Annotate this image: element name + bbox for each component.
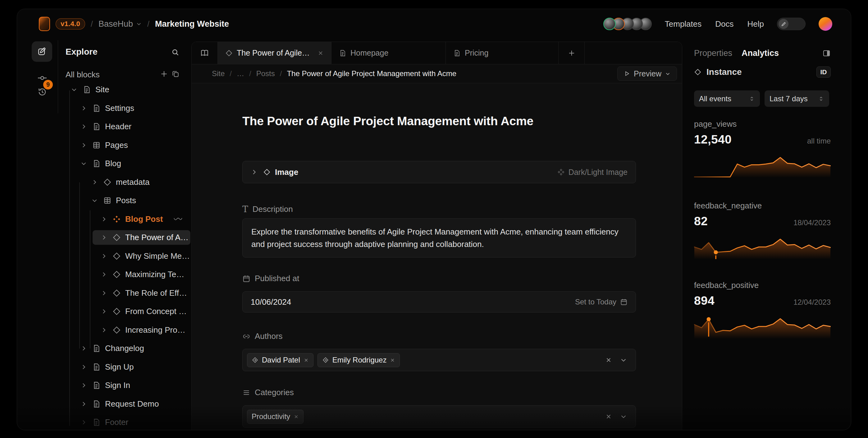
stat-feedback_negative: feedback_negative8218/04/2023 [694, 201, 831, 261]
authors-input[interactable]: David PatelEmily Rodriguez [242, 349, 636, 371]
chip-label: David Patel [262, 356, 300, 364]
chevron-right-icon[interactable] [101, 234, 107, 241]
tree-item[interactable]: Pages [72, 138, 190, 153]
tab-analytics[interactable]: Analytics [742, 49, 779, 58]
new-tab-button[interactable] [559, 42, 585, 64]
tree-item[interactable]: Sign Up [72, 360, 190, 374]
workspace-switcher[interactable]: BaseHub [98, 19, 142, 29]
chevron-right-icon[interactable] [101, 253, 107, 259]
table-icon [92, 141, 101, 149]
published-date-input[interactable]: 10/06/2024 Set to Today [242, 291, 636, 313]
breadcrumb-segment[interactable]: Site [212, 69, 225, 78]
chip-productivity[interactable]: Productivity [247, 410, 304, 424]
history-button[interactable] [37, 87, 48, 97]
add-block-icon[interactable] [160, 70, 168, 78]
chevron-right-icon[interactable] [101, 290, 107, 296]
chip-david-patel[interactable]: David Patel [247, 353, 313, 367]
avatar[interactable] [603, 18, 616, 30]
chevron-down-icon[interactable] [71, 86, 78, 93]
published-date-value: 10/06/2024 [251, 297, 291, 307]
tree-item[interactable]: Request Demo [72, 397, 190, 411]
chevron-down-icon[interactable] [620, 356, 627, 364]
top-nav: TemplatesDocsHelp [665, 19, 764, 29]
chevron-right-icon[interactable] [81, 401, 87, 407]
tree-item[interactable]: Posts [83, 193, 190, 208]
filter-value: Last 7 days [770, 94, 808, 103]
remove-chip-icon[interactable] [304, 357, 309, 363]
top-link-templates[interactable]: Templates [665, 19, 702, 29]
search-icon[interactable] [171, 48, 180, 57]
stat-meta: 18/04/2023 [794, 218, 831, 227]
library-tab[interactable] [192, 42, 218, 64]
user-avatar[interactable] [818, 17, 832, 31]
chevrons-updown-icon [818, 96, 824, 102]
tree-item[interactable]: From Concept … [93, 304, 190, 319]
chevron-right-icon[interactable] [101, 216, 107, 222]
panel-toggle-icon[interactable] [822, 49, 831, 58]
editor-tab-1[interactable]: The Power of Agile… [218, 42, 332, 64]
remove-chip-icon[interactable] [293, 414, 299, 419]
version-badge[interactable]: v1.4.0 [56, 18, 85, 30]
chevron-right-icon[interactable] [101, 271, 107, 278]
tab-properties[interactable]: Properties [694, 49, 732, 58]
editor-tab-2[interactable]: Homepage [332, 42, 446, 64]
tree-item[interactable]: The Role of Eff… [93, 286, 190, 301]
tree-item[interactable]: metadata [83, 175, 190, 189]
chevron-down-icon[interactable] [91, 197, 98, 204]
edit-mode-toggle[interactable] [777, 18, 806, 30]
set-to-today-button[interactable]: Set to Today [575, 298, 627, 306]
editor-tab-3[interactable]: Pricing [446, 42, 559, 64]
tree-item[interactable]: The Power of A… [93, 230, 190, 245]
remove-chip-icon[interactable] [390, 357, 395, 363]
clear-icon[interactable] [605, 356, 612, 364]
description-input[interactable]: Explore the transformative benefits of A… [242, 218, 636, 257]
clear-icon[interactable] [605, 413, 612, 420]
tree-item[interactable]: Changelog [72, 341, 190, 356]
id-badge[interactable]: ID [816, 66, 831, 77]
top-link-docs[interactable]: Docs [715, 19, 734, 29]
categories-input[interactable]: Productivity [242, 405, 636, 428]
filter-select-2[interactable]: Last 7 days [765, 90, 829, 107]
tree-item[interactable]: Maximizing Te… [93, 267, 190, 282]
chevron-down-icon[interactable] [81, 160, 87, 167]
tree-item[interactable]: Header [72, 119, 190, 134]
compose-button[interactable] [32, 41, 52, 62]
chevron-right-icon[interactable] [81, 142, 87, 149]
tree-item[interactable]: Sign In [72, 378, 190, 393]
description-field-label: T Description [242, 205, 636, 214]
chip-emily-rodriguez[interactable]: Emily Rodriguez [317, 353, 400, 367]
breadcrumb-segment[interactable]: … [237, 69, 244, 78]
chevron-down-icon[interactable] [620, 413, 627, 420]
tree-item[interactable]: Settings [72, 101, 190, 116]
duplicate-icon[interactable] [172, 70, 180, 78]
link-icon [242, 333, 250, 340]
tab-label: The Power of Agile… [237, 49, 310, 58]
tree-item[interactable]: Blog [72, 156, 190, 171]
tree-item[interactable]: Why Simple Me… [93, 249, 190, 263]
chevron-right-icon[interactable] [91, 179, 98, 185]
tree-item[interactable]: Blog Post [93, 212, 190, 226]
doc-icon [92, 381, 101, 389]
close-icon[interactable] [317, 50, 324, 56]
tree-item-label: Changelog [105, 344, 144, 353]
chevron-right-icon[interactable] [81, 419, 87, 426]
basehub-logo[interactable] [39, 17, 50, 31]
tree-item-label: The Power of A… [125, 233, 189, 242]
tree-item[interactable]: Footer [72, 415, 190, 430]
chevron-right-icon[interactable] [101, 327, 107, 333]
tree-item[interactable]: Site [63, 82, 190, 97]
breadcrumb-segment[interactable]: Posts [256, 69, 275, 78]
chevron-right-icon[interactable] [81, 123, 87, 130]
filter-select-1[interactable]: All events [694, 90, 760, 107]
chevron-right-icon[interactable] [81, 364, 87, 370]
calendar-icon [620, 298, 627, 306]
image-block-row[interactable]: Image Dark/Light Image [242, 161, 636, 183]
document-icon [453, 50, 461, 57]
chevron-right-icon[interactable] [81, 345, 87, 352]
chevron-right-icon[interactable] [81, 105, 87, 112]
top-link-help[interactable]: Help [747, 19, 764, 29]
chevron-right-icon[interactable] [81, 382, 87, 388]
preview-button[interactable]: Preview [617, 66, 677, 81]
tree-item[interactable]: Increasing Pro… [93, 323, 190, 337]
chevron-right-icon[interactable] [101, 308, 107, 315]
